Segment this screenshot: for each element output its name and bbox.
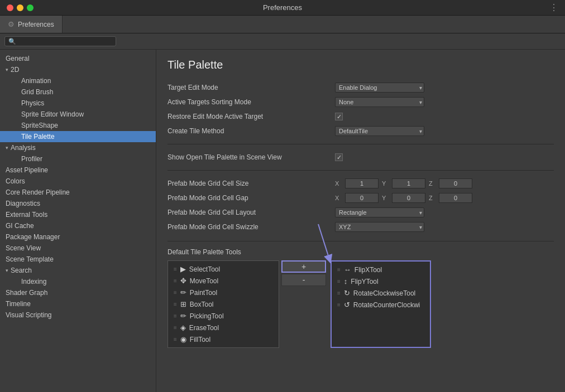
- dropdown-grid-layout[interactable]: Rectangle: [335, 207, 424, 217]
- grid-size-y[interactable]: [392, 178, 425, 188]
- sidebar-item-scenetemplate[interactable]: Scene Template: [0, 254, 156, 265]
- drag-handle: ≡: [174, 266, 177, 272]
- sidebar-item-gridbrush[interactable]: Grid Brush: [0, 86, 156, 98]
- tool-flipx[interactable]: ≡ ↔ FlipXTool: [332, 264, 430, 275]
- sidebar-item-diagnostics[interactable]: Diagnostics: [0, 198, 156, 209]
- tool-box[interactable]: ≡ ⊞ BoxTool: [168, 298, 279, 310]
- title-bar: Preferences ⋮: [0, 0, 565, 16]
- sidebar-item-label: Visual Scripting: [6, 311, 52, 319]
- sidebar-item-spriteshape[interactable]: SpriteShape: [0, 120, 156, 131]
- sidebar-item-physics[interactable]: Physics: [0, 98, 156, 109]
- xyz-grid-size: X Y Z: [335, 178, 472, 188]
- dropdown-wrapper-active-targets: None: [335, 97, 424, 107]
- checkbox-restore-edit-mode[interactable]: [335, 113, 343, 120]
- sidebar-section-search[interactable]: ▾ Search: [0, 265, 156, 276]
- arrow-down-icon: ▾: [6, 145, 8, 151]
- sidebar-item-shadergraph[interactable]: Shader Graph: [0, 287, 156, 298]
- box-tool-icon: ⊞: [180, 300, 186, 308]
- dropdown-create-tile[interactable]: DefaultTile: [335, 126, 424, 136]
- sidebar-item-label: Asset Pipeline: [6, 166, 48, 174]
- dropdown-grid-swizzle[interactable]: XYZ: [335, 222, 424, 232]
- dropdown-active-targets[interactable]: None: [335, 97, 424, 107]
- menu-icon[interactable]: ⋮: [549, 2, 558, 13]
- sidebar-item-animation[interactable]: Animation: [0, 75, 156, 86]
- sidebar-item-label: General: [6, 55, 30, 62]
- tool-erase[interactable]: ≡ ◈ EraseTool: [168, 322, 279, 333]
- sidebar-item-gicache[interactable]: GI Cache: [0, 220, 156, 231]
- control-create-tile-method: DefaultTile: [335, 126, 424, 136]
- sidebar-item-colors[interactable]: Colors: [0, 176, 156, 187]
- rotatecw-tool-icon: ↻: [344, 289, 350, 297]
- tool-paint[interactable]: ≡ ✏ PaintTool: [168, 287, 279, 298]
- paint-tool-icon: ✏: [180, 288, 186, 297]
- dropdown-target-edit-mode[interactable]: Enable Dialog: [335, 83, 424, 93]
- setting-show-tile-palette: Show Open Tile Palette in Scene View: [167, 151, 554, 163]
- sidebar-item-label: Sprite Editor Window: [21, 110, 84, 118]
- sidebar-item-visualscripting[interactable]: Visual Scripting: [0, 309, 156, 321]
- drag-handle: ≡: [174, 289, 177, 296]
- tool-move[interactable]: ≡ ✥ MoveTool: [168, 275, 279, 287]
- x-label: X: [335, 180, 342, 187]
- grid-gap-y[interactable]: [392, 193, 425, 203]
- sidebar-item-sceneview[interactable]: Scene View: [0, 243, 156, 254]
- tools-section-title: Default Tile Palette Tools: [167, 248, 554, 256]
- drag-handle: ≡: [174, 325, 177, 331]
- sidebar-item-label: Animation: [21, 77, 51, 85]
- tool-select[interactable]: ≡ ▶ SelectTool: [168, 263, 279, 275]
- maximize-button[interactable]: [27, 4, 33, 11]
- sidebar-section-analysis[interactable]: ▾ Analysis: [0, 142, 156, 153]
- tab-label: Preferences: [18, 21, 54, 28]
- sidebar-item-assetpipeline[interactable]: Asset Pipeline: [0, 164, 156, 176]
- drag-handle: ≡: [174, 278, 177, 284]
- arrow-down-icon: ▾: [6, 67, 8, 72]
- tool-rotatecw[interactable]: ≡ ↻ RotateClockwiseTool: [332, 287, 430, 299]
- search-input[interactable]: [4, 36, 116, 46]
- control-active-targets-sorting: None: [335, 97, 424, 107]
- minimize-button[interactable]: [17, 4, 23, 11]
- sidebar: General ▾ 2D Animation Grid Brush Physic…: [0, 50, 156, 392]
- add-tool-button[interactable]: +: [281, 260, 326, 273]
- move-tool-icon: ✥: [180, 277, 186, 285]
- grid-gap-z[interactable]: [439, 193, 472, 203]
- sidebar-item-corerenderpipeline[interactable]: Core Render Pipeline: [0, 187, 156, 198]
- tool-picking[interactable]: ≡ ✏ PickingTool: [168, 310, 279, 322]
- tool-label: FlipXTool: [355, 266, 382, 274]
- remove-tool-button[interactable]: -: [281, 274, 326, 286]
- fill-tool-icon: ◉: [180, 335, 186, 343]
- tab-preferences[interactable]: ⚙ Preferences: [0, 16, 63, 33]
- drag-handle: ≡: [174, 336, 177, 342]
- label-create-tile-method: Create Tile Method: [167, 127, 335, 135]
- sidebar-item-general[interactable]: General: [0, 53, 156, 64]
- setting-prefab-grid-gap: Prefab Mode Grid Cell Gap X Y Z: [167, 192, 554, 204]
- grid-gap-x[interactable]: [345, 193, 379, 203]
- setting-prefab-grid-size: Prefab Mode Grid Cell Size X Y Z: [167, 177, 554, 190]
- tool-label: SelectTool: [189, 265, 220, 273]
- sidebar-item-profiler[interactable]: Profiler: [0, 153, 156, 164]
- sidebar-item-spriteeditor[interactable]: Sprite Editor Window: [0, 109, 156, 120]
- label-prefab-grid-swizzle: Prefab Mode Grid Cell Swizzle: [167, 223, 335, 231]
- sidebar-section-2d[interactable]: ▾ 2D: [0, 64, 156, 75]
- page-title: Tile Palette: [167, 59, 554, 71]
- label-prefab-grid-layout: Prefab Mode Grid Cell Layout: [167, 209, 335, 216]
- sidebar-item-label: Scene View: [6, 244, 41, 252]
- sidebar-item-indexing[interactable]: Indexing: [0, 276, 156, 287]
- sidebar-item-tilepalette[interactable]: Tile Palette: [0, 131, 156, 142]
- tile-palette-tools-section: Default Tile Palette Tools ≡: [167, 248, 554, 348]
- sidebar-item-label: GI Cache: [6, 222, 34, 230]
- tool-fill[interactable]: ≡ ◉ FillTool: [168, 333, 279, 345]
- tools-layout-container: ≡ ▶ SelectTool ≡ ✥ MoveTool ≡ ✏ Pain: [167, 260, 554, 348]
- tool-flipy[interactable]: ≡ ↕ FlipYTool: [332, 275, 430, 287]
- sidebar-item-packagemanager[interactable]: Package Manager: [0, 231, 156, 243]
- close-button[interactable]: [7, 4, 13, 11]
- grid-size-x[interactable]: [345, 178, 379, 188]
- gear-icon: ⚙: [8, 20, 15, 28]
- sidebar-item-timeline[interactable]: Timeline: [0, 298, 156, 309]
- control-target-edit-mode: Enable Dialog: [335, 83, 424, 93]
- tool-rotateccw[interactable]: ≡ ↺ RotateCounterClockwi: [332, 299, 430, 311]
- tab-bar: ⚙ Preferences: [0, 16, 565, 33]
- sidebar-item-externaltools[interactable]: External Tools: [0, 209, 156, 220]
- checkbox-show-tile-palette[interactable]: [335, 153, 343, 161]
- grid-size-z[interactable]: [439, 178, 472, 188]
- window-title: Preferences: [263, 3, 302, 12]
- x-label-gap: X: [335, 195, 342, 201]
